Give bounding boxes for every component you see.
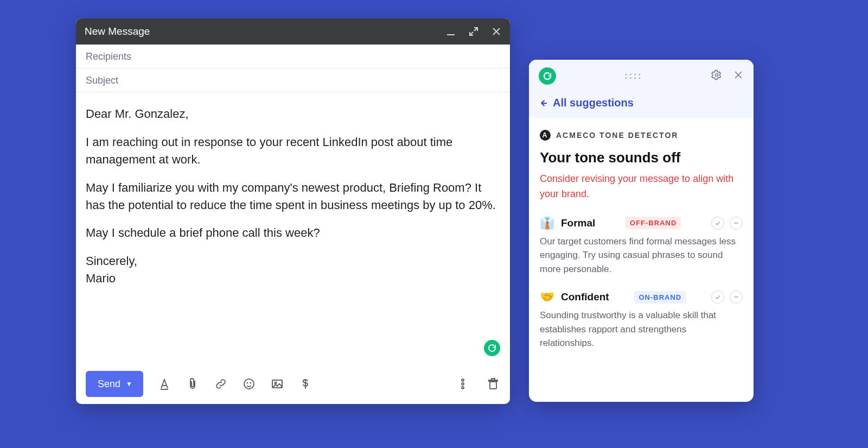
tone-left: 👔 Formal <box>540 216 595 230</box>
minimize-icon[interactable] <box>446 27 456 36</box>
tone-description: Sounding trustworthy is a valuable skill… <box>540 308 743 350</box>
tone-tag: OFF-BRAND <box>626 217 681 229</box>
recipients-input[interactable] <box>86 51 500 62</box>
subject-input[interactable] <box>86 75 500 86</box>
tone-actions <box>711 217 743 230</box>
body-paragraph: Mario <box>86 270 500 287</box>
toolbar-right <box>456 377 500 391</box>
accept-icon[interactable] <box>711 291 724 304</box>
body-paragraph: I am reaching out in response to your re… <box>86 134 500 168</box>
tone-name: Confident <box>561 291 609 303</box>
panel-top: :::: <box>539 67 744 85</box>
detector-badge-icon: A <box>540 130 551 141</box>
expand-icon[interactable] <box>469 27 478 36</box>
panel-top-controls <box>711 70 744 83</box>
toolbar-left: Send ▼ <box>86 371 312 397</box>
dollar-icon[interactable] <box>298 377 312 391</box>
link-icon[interactable] <box>214 377 228 391</box>
all-suggestions-link[interactable]: All suggestions <box>539 97 744 109</box>
svg-point-14 <box>462 387 464 389</box>
dismiss-icon[interactable] <box>730 291 743 304</box>
all-suggestions-label: All suggestions <box>553 97 634 109</box>
grammarly-status-icon[interactable] <box>484 340 500 356</box>
svg-point-7 <box>244 379 254 389</box>
tone-description: Our target customers find formal message… <box>540 235 743 276</box>
tone-left: 🤝 Confident <box>540 290 609 304</box>
body-paragraph: May I schedule a brief phone call this w… <box>86 224 500 242</box>
compose-window: New Message Dear Mr. Gonzalez, I am reac… <box>76 18 510 404</box>
arrow-left-icon <box>539 98 548 108</box>
window-controls <box>446 27 501 36</box>
attachment-icon[interactable] <box>186 377 200 391</box>
gear-icon[interactable] <box>711 70 722 83</box>
tone-row: 🤝 Confident ON-BRAND <box>540 290 743 304</box>
tone-emoji-icon: 🤝 <box>540 290 554 304</box>
tone-emoji-icon: 👔 <box>540 216 554 230</box>
more-icon[interactable] <box>456 377 470 391</box>
svg-point-11 <box>275 382 276 384</box>
drag-handle-icon[interactable]: :::: <box>624 71 642 81</box>
compose-body[interactable]: Dear Mr. Gonzalez, I am reaching out in … <box>76 92 510 364</box>
grammarly-panel: :::: All suggestions A ACMECO TONE DETEC… <box>529 60 754 402</box>
tone-actions <box>711 291 743 304</box>
send-label: Send <box>98 378 120 390</box>
recipients-row[interactable] <box>76 45 510 68</box>
svg-point-8 <box>247 383 247 383</box>
close-icon[interactable] <box>733 70 744 83</box>
chevron-down-icon: ▼ <box>126 380 132 388</box>
svg-point-9 <box>250 383 251 383</box>
compose-toolbar: Send ▼ <box>76 364 510 404</box>
svg-point-12 <box>462 379 464 381</box>
accept-icon[interactable] <box>711 217 724 230</box>
image-icon[interactable] <box>270 377 284 391</box>
send-button[interactable]: Send ▼ <box>86 371 143 397</box>
body-paragraph: Sincerely, <box>86 253 500 270</box>
detector-label: ACMECO TONE DETECTOR <box>556 131 678 140</box>
tone-tag: ON-BRAND <box>634 291 686 304</box>
grammarly-logo-icon <box>539 67 556 85</box>
detector-line: A ACMECO TONE DETECTOR <box>540 130 743 141</box>
svg-rect-15 <box>490 382 496 389</box>
svg-rect-17 <box>492 378 495 380</box>
compose-title: New Message <box>85 26 150 37</box>
tone-headline: Your tone sounds off <box>540 149 743 166</box>
close-icon[interactable] <box>492 27 501 36</box>
panel-header: :::: All suggestions <box>529 60 754 118</box>
dismiss-icon[interactable] <box>730 217 743 230</box>
tone-name: Formal <box>561 217 595 229</box>
emoji-icon[interactable] <box>242 377 256 391</box>
svg-point-18 <box>716 74 718 77</box>
body-paragraph: May I familiarize you with my company's … <box>86 179 500 214</box>
compose-header: New Message <box>76 18 510 45</box>
tone-advice: Consider revising your message to align … <box>540 172 743 202</box>
trash-icon[interactable] <box>486 377 500 391</box>
subject-row[interactable] <box>76 68 510 92</box>
body-paragraph: Dear Mr. Gonzalez, <box>86 105 500 123</box>
formatting-icon[interactable] <box>157 377 171 391</box>
panel-body: A ACMECO TONE DETECTOR Your tone sounds … <box>529 118 754 371</box>
svg-point-13 <box>462 383 464 385</box>
tone-row: 👔 Formal OFF-BRAND <box>540 216 743 230</box>
